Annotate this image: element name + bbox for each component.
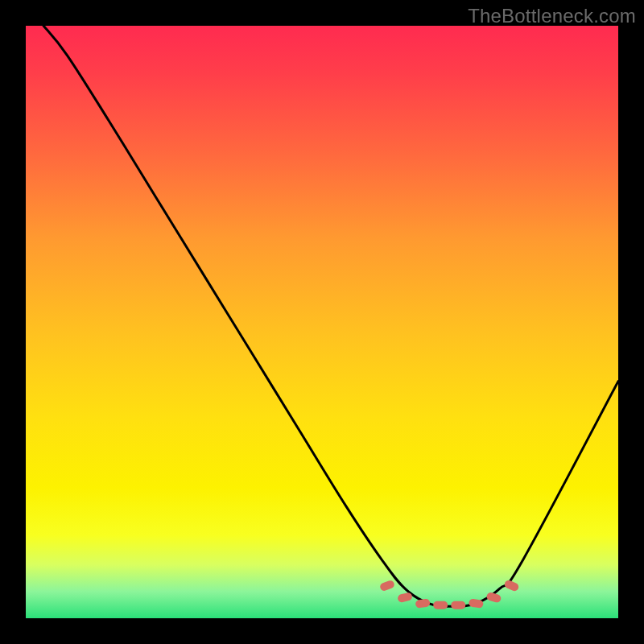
valley-marker [379,580,395,592]
plot-area [26,26,618,618]
valley-marker [433,601,448,609]
valley-marker [503,579,520,592]
chart-frame: TheBottleneck.com [0,0,644,644]
watermark-text: TheBottleneck.com [468,5,636,27]
valley-marker [451,601,465,609]
valley-marker [485,592,502,604]
bottleneck-curve-path [43,26,618,606]
valley-marker [415,598,431,608]
curve-layer [26,26,618,618]
